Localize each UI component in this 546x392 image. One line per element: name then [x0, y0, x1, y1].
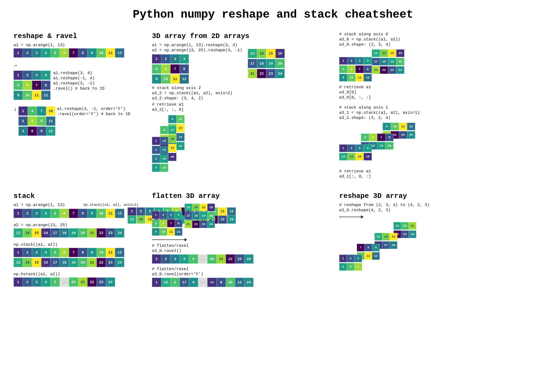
- reshape-code2: a1.reshape(3, 4): [53, 71, 104, 75]
- reshape-code1: a1 = np.arange(1, 13): [14, 43, 138, 48]
- reshape-code5: .ravel() # back to 1D: [53, 86, 104, 91]
- reshape-code3: a1.reshape(-1, 4): [53, 76, 104, 81]
- reshape-3d-section: reshape 3D array # reshape from (2, 3, 4…: [337, 189, 535, 294]
- array-1d-a1: 1234 5678 9101112: [14, 48, 138, 58]
- reshape-code4: a1.reshape(3, -1): [53, 81, 104, 86]
- flatten-section: flatten 3D array 13141516 17181920 21222…: [149, 189, 328, 294]
- reshape-ravel-section: reshape & ravel a1 = np.arange(1, 13) 12…: [11, 29, 141, 186]
- reshape-code6: a1.reshape(3, -1, order='F'): [57, 107, 130, 111]
- stack-section: stack a1 = np.arange(1, 13) np.stack((a1…: [11, 189, 141, 294]
- flatten-title: flatten 3D array: [152, 192, 326, 200]
- 3d-from-2d-section: 3D array from 2D arrays a1 = np.arange(1…: [149, 29, 328, 186]
- reshape-ravel-title: reshape & ravel: [14, 32, 138, 40]
- reshape-3d-title: reshape 3D array: [339, 192, 532, 200]
- reshape-code7: .ravel(order='F') # back to 1D: [57, 112, 130, 116]
- stack-title: stack: [14, 192, 138, 200]
- 3d-axis0-axis1-section: # stack along axis 0 a3_0 = np.stack((a1…: [337, 29, 535, 186]
- 3d-from-2d-title: 3D array from 2D arrays: [152, 32, 326, 40]
- page-title: Python numpy reshape and stack cheatshee…: [11, 8, 535, 21]
